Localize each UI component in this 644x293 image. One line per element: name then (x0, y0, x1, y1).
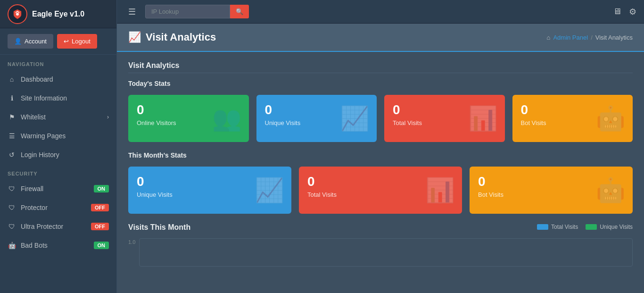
sidebar-item-bad-bots[interactable]: 🤖 Bad Bots ON (0, 236, 116, 255)
bot-visits-today-card: 0 Bot Visits 🤖 (512, 95, 633, 142)
sidebar-item-whitelist[interactable]: ⚑ Whitelist › (0, 108, 116, 126)
chart-icon: 📈 (128, 31, 141, 43)
app-name: Eagle Eye v1.0 (32, 10, 84, 18)
account-button[interactable]: 👤 Account (8, 34, 53, 49)
chart-up-icon: 📈 (255, 176, 284, 204)
content-area: Visit Analytics Today's Stats 0 Online V… (117, 52, 644, 293)
chart-area (139, 238, 633, 267)
chart-section: Visits This Month Total Visits Unique Vi… (128, 223, 633, 267)
sidebar-item-label: Login History (21, 151, 59, 159)
chart-legend: Total Visits Unique Visits (537, 224, 633, 230)
unique-visits-legend: Unique Visits (586, 224, 633, 230)
sidebar-item-dashboard[interactable]: ⌂ Dashboard (0, 70, 116, 89)
month-stats-title: This Month's Stats (128, 151, 633, 162)
ultra-protector-badge: OFF (91, 223, 109, 230)
total-visits-today-card: 0 Total Visits 📊 (384, 95, 505, 142)
chevron-right-icon: › (107, 114, 109, 120)
todays-stats-title: Today's Stats (128, 80, 633, 90)
robot-icon: 🤖 (596, 105, 625, 132)
total-visits-legend-dot (537, 224, 548, 230)
logout-icon: ↩ (64, 38, 69, 45)
protector-badge: OFF (91, 204, 109, 211)
sidebar-item-label: Firewall (21, 185, 43, 193)
sidebar-item-site-information[interactable]: ℹ Site Information (0, 89, 116, 108)
search-input[interactable] (145, 5, 230, 18)
sidebar-logo: Eagle Eye v1.0 (0, 0, 116, 28)
search-container: 🔍 (145, 5, 249, 18)
history-icon: ↺ (8, 151, 16, 159)
sidebar-auth-buttons: 👤 Account ↩ Logout (0, 28, 116, 55)
sidebar-item-label: Protector (21, 204, 48, 211)
page-title-area: 📈 Visit Analytics (128, 31, 216, 43)
unique-visits-month-card: 0 Unique Visits 📈 (128, 167, 291, 214)
unique-visits-legend-dot (586, 224, 597, 230)
search-button[interactable]: 🔍 (230, 5, 249, 18)
svg-point-0 (16, 13, 19, 16)
menu-toggle-button[interactable]: ☰ (124, 5, 140, 19)
visitors-icon: 👥 (212, 105, 241, 132)
account-icon: 👤 (14, 38, 22, 45)
breadcrumb-current: Visit Analytics (595, 34, 633, 41)
total-visits-legend-label: Total Visits (551, 224, 578, 230)
total-visits-legend: Total Visits (537, 224, 578, 230)
online-visitors-card: 0 Online Visitors 👥 (128, 95, 249, 142)
chart-y-label: 1.0 (128, 239, 135, 245)
app-logo-icon (8, 4, 27, 24)
sidebar-item-label: Ultra Protector (21, 223, 63, 230)
month-stats-row: 0 Unique Visits 📈 0 Total Visits 📊 0 Bot… (128, 167, 633, 214)
logout-button[interactable]: ↩ Logout (57, 34, 97, 49)
sidebar-item-ultra-protector[interactable]: 🛡 Ultra Protector OFF (0, 217, 116, 236)
topbar: ☰ 🔍 🖥 ⚙ (117, 0, 644, 24)
sidebar-item-label: Site Information (21, 94, 67, 102)
bar-chart-icon: 📊 (425, 176, 454, 204)
breadcrumb: ⌂ Admin Panel / Visit Analytics (547, 34, 633, 41)
robot-icon: 🤖 (596, 176, 625, 204)
sidebar: Eagle Eye v1.0 👤 Account ↩ Logout NAVIGA… (0, 0, 117, 293)
bad-bots-badge: ON (94, 242, 109, 249)
home-icon: ⌂ (547, 34, 551, 41)
sidebar-item-firewall[interactable]: 🛡 Firewall ON (0, 179, 116, 198)
sidebar-item-warning-pages[interactable]: ☰ Warning Pages (0, 126, 116, 145)
total-visits-month-card: 0 Total Visits 📊 (299, 167, 462, 214)
unique-visits-today-card: 0 Unique Visits 📈 (256, 95, 377, 142)
robot-icon: 🤖 (8, 242, 16, 249)
sidebar-item-protector[interactable]: 🛡 Protector OFF (0, 198, 116, 217)
unique-visits-legend-label: Unique Visits (600, 224, 633, 230)
shield-icon: 🛡 (8, 185, 16, 193)
info-icon: ℹ (8, 94, 16, 102)
sidebar-item-label: Bad Bots (21, 242, 48, 249)
sidebar-item-label: Whitelist (21, 113, 46, 121)
firewall-badge: ON (94, 185, 109, 193)
page-title: Visit Analytics (146, 31, 216, 43)
main-section-title: Visit Analytics (128, 61, 633, 73)
monitor-icon[interactable]: 🖥 (613, 7, 621, 17)
chart-up-icon: 📈 (340, 105, 369, 132)
visits-this-month-title: Visits This Month (128, 223, 190, 234)
sidebar-item-login-history[interactable]: ↺ Login History (0, 145, 116, 164)
shield-icon: 🛡 (8, 223, 16, 230)
warning-icon: ☰ (8, 132, 16, 140)
bar-chart-icon: 📊 (468, 105, 497, 132)
breadcrumb-home-link[interactable]: Admin Panel (553, 34, 588, 41)
home-icon: ⌂ (8, 75, 16, 83)
security-section-label: SECURITY (0, 164, 116, 179)
topbar-right: 🖥 ⚙ (613, 7, 636, 17)
page-header: 📈 Visit Analytics ⌂ Admin Panel / Visit … (117, 24, 644, 52)
flag-icon: ⚑ (8, 113, 16, 121)
sidebar-item-label: Dashboard (21, 75, 53, 83)
settings-icon[interactable]: ⚙ (629, 7, 636, 17)
bot-visits-month-card: 0 Bot Visits 🤖 (470, 167, 633, 214)
todays-stats-row: 0 Online Visitors 👥 0 Unique Visits 📈 0 … (128, 95, 633, 142)
main-content: ☰ 🔍 🖥 ⚙ 📈 Visit Analytics ⌂ Admin Panel … (117, 0, 644, 293)
sidebar-item-label: Warning Pages (21, 132, 66, 140)
breadcrumb-separator: / (591, 34, 593, 41)
shield-icon: 🛡 (8, 204, 16, 211)
nav-section-label: NAVIGATION (0, 55, 116, 70)
